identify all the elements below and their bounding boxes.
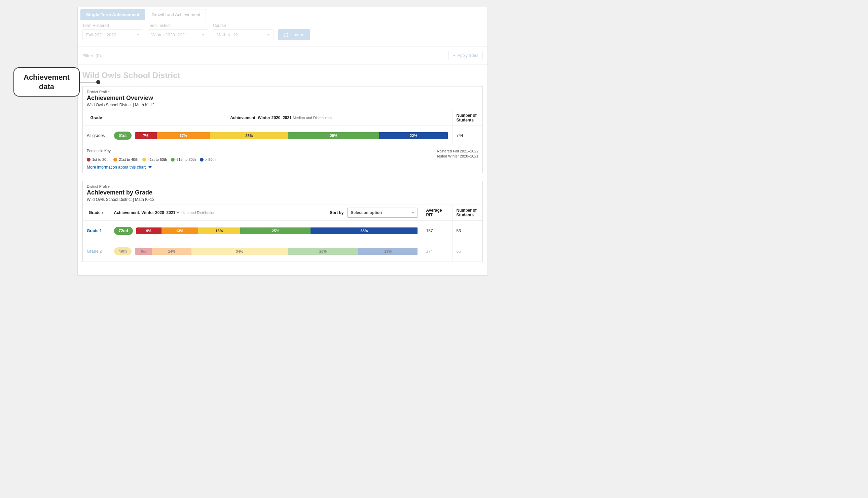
select-term-tested[interactable]: Winter 2020–2021: [148, 29, 208, 40]
callout-line1: Achievement: [24, 73, 70, 82]
col-num-l2: Students: [456, 213, 479, 218]
overview-header: District Profile Achievement Overview Wi…: [83, 87, 482, 110]
legend-row: Percentile Key 1st to 20th21st to 40th41…: [83, 146, 482, 163]
overview-eyebrow: District Profile: [87, 90, 478, 94]
chevron-down-icon: [412, 212, 414, 214]
app-window: Single-Term Achievement Growth and Achie…: [77, 7, 488, 276]
legend-right: Rostered Fall 2021–2022 Tested Winter 20…: [436, 149, 478, 161]
row-bar-cell: 72nd9%13%15%25%38%: [110, 221, 422, 241]
bar-segment: 6%: [135, 248, 152, 255]
col-avg-rit: Average RIT: [422, 205, 452, 221]
update-button[interactable]: Update: [278, 29, 310, 40]
row-bar-cell: 61st 7%17%25%29%22%: [110, 126, 452, 146]
label-term-rostered: Term Rostered: [82, 23, 143, 28]
legend-label: 61st to 80th: [176, 157, 196, 161]
achievement-by-grade-card: District Profile Achievement by Grade Wi…: [82, 181, 483, 262]
callout-line2: data: [24, 82, 70, 92]
overview-table: Grade Achievement: Winter 2020–2021 Medi…: [83, 110, 482, 146]
median-pill: 49th: [114, 247, 132, 255]
filters-row: Filters (0) Apply filters: [78, 47, 488, 65]
row-avg-rit: 174: [422, 241, 452, 262]
control-course: Course Math K–12: [213, 23, 273, 40]
sort-arrow-up-icon: ↑: [102, 211, 104, 215]
bar-segment: 38%: [310, 227, 417, 234]
bar-segment: 17%: [157, 132, 210, 139]
col-num-students: Number of Students: [452, 205, 482, 221]
bar-segment: 22%: [379, 132, 448, 139]
bar-segment: 13%: [161, 227, 198, 234]
bygrade-title: Achievement by Grade: [87, 189, 478, 196]
grade-link[interactable]: Grade 1: [87, 228, 102, 233]
bar-segment: 25%: [210, 132, 288, 139]
median-pill: 72nd: [114, 227, 133, 235]
col-achievement: Achievement: Winter 2020–2021 Median and…: [110, 110, 452, 126]
value-term-rostered: Fall 2021–2022: [86, 32, 117, 37]
legend-label: > 80th: [205, 157, 216, 161]
chevron-down-icon: [202, 34, 204, 36]
label-term-tested: Term Tested: [148, 23, 208, 28]
col-num-l2: Students: [456, 118, 479, 122]
row-num-students: 65: [452, 241, 482, 262]
legend-item: > 80th: [200, 157, 216, 161]
legend-items: Percentile Key 1st to 20th21st to 40th41…: [87, 149, 245, 161]
filters-label-wrap: Filters (0): [82, 53, 101, 58]
table-row: Grade 249th6%14%34%25%21%17465: [83, 241, 482, 262]
distribution-bar: 9%13%15%25%38%: [136, 227, 418, 234]
col-ach-title: Achievement: Winter 2020–2021: [114, 210, 176, 215]
value-term-tested: Winter 2020–2021: [151, 32, 187, 37]
bar-segment: 34%: [191, 248, 288, 255]
legend-title: Percentile Key: [87, 149, 243, 153]
select-term-rostered[interactable]: Fall 2021–2022: [82, 29, 143, 40]
bygrade-table: Grade ↑ Achievement: Winter 2020–2021 Me…: [83, 205, 482, 262]
legend-label: 1st to 20th: [92, 157, 109, 161]
term-controls: Term Rostered Fall 2021–2022 Term Tested…: [78, 20, 488, 47]
col-num-l1: Number of: [456, 208, 479, 213]
update-label: Update: [290, 32, 305, 37]
bar-row: 61st 7%17%25%29%22%: [114, 128, 448, 143]
filters-label: Filters: [82, 53, 94, 58]
col-avg-l1: Average: [426, 208, 448, 213]
legend-dot-icon: [200, 158, 203, 161]
overview-title: Achievement Overview: [87, 94, 478, 102]
select-course[interactable]: Math K–12: [213, 29, 273, 40]
legend-dot-icon: [142, 158, 146, 161]
chevron-down-icon: [453, 55, 455, 56]
col-grade: Grade: [83, 110, 110, 126]
legend-label: 21st to 40th: [119, 157, 138, 161]
chevron-down-icon: [137, 34, 139, 36]
col-grade[interactable]: Grade ↑: [83, 205, 110, 221]
legend-rostered: Rostered Fall 2021–2022: [436, 149, 478, 154]
tab-row: Single-Term Achievement Growth and Achie…: [78, 7, 488, 20]
row-grade-label: All grades: [83, 126, 110, 146]
table-row: Grade 172nd9%13%15%25%38%15753: [83, 221, 482, 241]
legend-dot-icon: [87, 158, 91, 161]
legend-dot-icon: [171, 158, 175, 161]
achievement-overview-card: District Profile Achievement Overview Wi…: [82, 86, 483, 173]
chevron-down-icon: [267, 34, 270, 36]
tab-single-term[interactable]: Single-Term Achievement: [80, 9, 145, 20]
overview-sub: Wild Owls School District | Math K–12: [87, 103, 478, 107]
control-term-tested: Term Tested Winter 2020–2021: [148, 23, 208, 40]
apply-filters-button[interactable]: Apply filters: [449, 51, 483, 60]
grade-link[interactable]: Grade 2: [87, 249, 102, 254]
tab-growth-achievement[interactable]: Growth and Achievement: [146, 9, 206, 20]
legend-tested: Tested Winter 2020–2021: [436, 154, 478, 159]
refresh-icon: [284, 32, 288, 37]
control-term-rostered: Term Rostered Fall 2021–2022: [82, 23, 143, 40]
bar-row: 72nd9%13%15%25%38%: [114, 223, 418, 238]
more-info-link[interactable]: More information about this chart: [83, 163, 482, 173]
bygrade-eyebrow: District Profile: [87, 184, 478, 188]
sort-by-label: Sort by: [330, 210, 344, 215]
bar-segment: 9%: [136, 227, 161, 234]
col-ach-sub: Median and Distribution: [177, 211, 216, 215]
row-num-students: 744: [452, 126, 482, 146]
more-info-label: More information about this chart: [87, 165, 146, 170]
callout-dot: [96, 80, 100, 84]
distribution-bar: 6%14%34%25%21%: [135, 248, 417, 255]
col-num-students: Number of Students: [452, 110, 482, 126]
bar-segment: 29%: [288, 132, 379, 139]
callout-connector: [80, 82, 96, 82]
sort-by-select[interactable]: Select an option: [347, 208, 418, 218]
bar-segment: 14%: [152, 248, 192, 255]
col-ach-sub: Median and Distribution: [293, 116, 332, 120]
